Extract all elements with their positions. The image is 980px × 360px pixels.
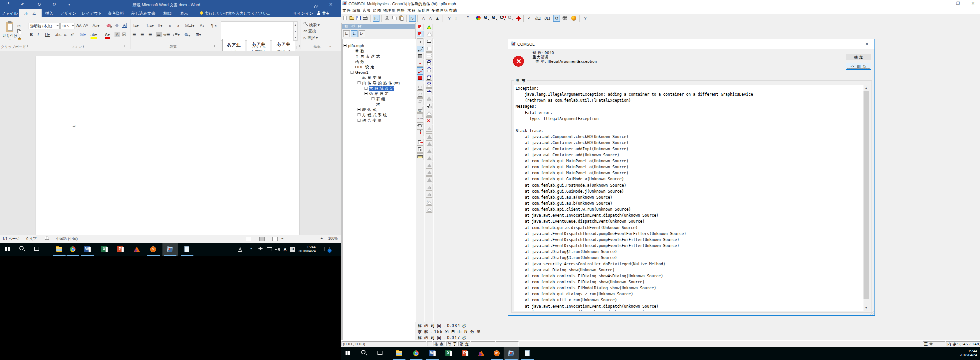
draw-tool-ruler-icon[interactable] xyxy=(417,153,423,160)
draw-tool-up-icon[interactable] xyxy=(426,88,433,95)
borders-icon[interactable]: ⊞▾ xyxy=(196,32,201,37)
tree-view3-icon[interactable]: Ŀ× xyxy=(358,30,365,37)
editing-検索[interactable]: 検索 ▾ xyxy=(304,22,320,28)
physics-mode-icon[interactable]: ∂Ω xyxy=(544,15,550,22)
shrink-font-icon[interactable]: A˅ xyxy=(83,23,88,28)
zoom-in-icon[interactable]: + xyxy=(321,236,323,240)
word-count[interactable]: 0 文字 xyxy=(26,236,37,242)
draw-tool-tri-icon[interactable] xyxy=(426,30,433,37)
draw-tool-arr1-icon[interactable] xyxy=(426,74,433,81)
subscript-icon[interactable]: x₂ xyxy=(64,32,68,37)
web-layout-icon[interactable] xyxy=(272,237,278,241)
zoom-in-icon[interactable] xyxy=(483,15,490,22)
draw-tool-all-icon[interactable]: ALL xyxy=(417,106,423,113)
menu-编辑[interactable]: 编辑 xyxy=(353,8,361,13)
draw-tool-rline-icon[interactable] xyxy=(417,67,423,74)
copy-icon[interactable] xyxy=(391,15,398,22)
zoom-slider[interactable] xyxy=(285,238,320,239)
clock-right[interactable]: 15:442018/04/24 xyxy=(952,349,977,357)
taskbar-excel[interactable]: X xyxy=(441,347,457,360)
dialog-close-icon[interactable]: ✕ xyxy=(862,41,872,47)
people-icon[interactable] xyxy=(237,247,243,252)
taskbar-matlab[interactable] xyxy=(129,243,145,256)
draw-tool-gr2-icon[interactable] xyxy=(426,162,433,169)
solve-check-icon[interactable]: =? xyxy=(445,15,451,22)
decrease-indent-icon[interactable]: ⇤ xyxy=(169,23,172,28)
font-size-combo[interactable]: 10.5 xyxy=(60,23,75,29)
tab-校閲[interactable]: 校閲 xyxy=(159,9,176,18)
draw-tool-gr2-icon[interactable] xyxy=(426,140,433,147)
highlight-icon[interactable]: ab▾ xyxy=(91,32,97,39)
comsol-restore-button[interactable]: ❐ xyxy=(953,1,963,6)
draw-tool-pl2-icon[interactable] xyxy=(426,206,433,213)
taskbar-search[interactable] xyxy=(357,347,372,360)
tray-chevron-icon[interactable]: ⌃ xyxy=(250,247,253,252)
draw-mode-icon[interactable]: ✓ xyxy=(526,15,533,22)
scroll-thumb[interactable] xyxy=(864,91,869,299)
zoom-out-icon[interactable]: − xyxy=(281,236,283,240)
draw-tool-rsqf-icon[interactable] xyxy=(417,74,423,81)
taskbar-matlab[interactable] xyxy=(474,347,489,360)
paste-icon[interactable] xyxy=(5,21,14,33)
new-icon[interactable] xyxy=(342,15,349,22)
expand-icon[interactable] xyxy=(358,114,361,116)
menu-文件[interactable]: 文件 xyxy=(342,8,351,13)
dialog-launcher-icon[interactable] xyxy=(25,46,28,49)
editing-選択[interactable]: ▷ 選択 ▾ xyxy=(304,35,318,40)
draw-tool-xred-icon[interactable]: ✕ xyxy=(426,117,433,124)
restore-button[interactable] xyxy=(309,0,323,9)
menu-多物理场[interactable]: 多物理场 xyxy=(431,8,448,13)
tab-参考資料[interactable]: 参考資料 xyxy=(104,9,127,18)
draw-tool-gr1-icon[interactable] xyxy=(426,125,433,132)
mesh-init-icon[interactable]: △ xyxy=(420,15,427,22)
tab-差し込み文書[interactable]: 差し込み文書 xyxy=(127,9,159,18)
menu-物理量[interactable]: 物理量 xyxy=(383,8,396,13)
taskbar-word[interactable]: W xyxy=(425,347,440,360)
paste-icon[interactable] xyxy=(398,15,405,22)
pointer-icon[interactable]: ▷ xyxy=(409,15,416,22)
draw-tool-thermo-icon[interactable] xyxy=(417,130,423,136)
draw-tool-comp-icon[interactable] xyxy=(426,96,433,102)
dialog-titlebar[interactable]: COMSOL ✕ xyxy=(508,39,875,49)
draw-tool-gr2-icon[interactable] xyxy=(426,133,433,140)
change-case-icon[interactable]: Aa▾ xyxy=(92,23,100,28)
collapse-icon[interactable] xyxy=(364,92,368,95)
draw-tool-dot-icon[interactable] xyxy=(417,38,423,45)
save-icon[interactable] xyxy=(6,2,11,7)
multilevel-icon[interactable]: ⁝⁝▾ xyxy=(158,23,162,28)
draw-tool-ax2-icon[interactable] xyxy=(417,91,423,98)
draw-tool-two-icon[interactable] xyxy=(426,103,433,109)
taskbar-word[interactable]: W xyxy=(80,243,95,256)
cut-icon[interactable]: ✂ xyxy=(18,23,21,29)
draw-tool-rsq-icon[interactable] xyxy=(417,30,423,37)
draw-tool-gr2-icon[interactable] xyxy=(426,148,433,154)
solve-update-icon[interactable]: ≚ xyxy=(465,15,471,22)
cut-icon[interactable] xyxy=(384,15,391,22)
draw-tool-gr2-icon[interactable] xyxy=(426,169,433,176)
tellme-box[interactable]: 実行したい作業を入力してください... xyxy=(200,11,270,16)
sort-icon[interactable]: A↓ xyxy=(200,23,204,28)
omega-icon[interactable]: Ω xyxy=(52,2,57,7)
taskbar-explorer[interactable] xyxy=(391,347,407,360)
dialog-resize-grip[interactable] xyxy=(870,310,874,315)
comsol-close-button[interactable]: ✕ xyxy=(968,1,978,6)
draw-tool-pl1-icon[interactable]: + xyxy=(426,199,433,206)
taskbar-start[interactable] xyxy=(0,243,16,256)
print-layout-icon[interactable] xyxy=(259,237,265,241)
menu-选项[interactable]: 选项 xyxy=(363,8,371,13)
tree-view2-icon[interactable]: Ŀ: xyxy=(351,30,358,37)
document-area[interactable]: ↵ xyxy=(0,51,341,235)
taskbar-comsol[interactable] xyxy=(162,243,178,256)
ime-mode-icon[interactable]: A xyxy=(284,247,286,252)
scroll-up-icon[interactable]: ▲ xyxy=(864,85,869,91)
tree-view1-icon[interactable]: Ŀ. xyxy=(343,30,350,37)
font-name-combo[interactable]: 游明朝 (本文( xyxy=(29,23,60,29)
phonetic-icon[interactable]: 亜 xyxy=(115,23,119,28)
close-button[interactable]: ✕ xyxy=(323,0,338,9)
menu-帮助[interactable]: 帮助 xyxy=(449,8,457,13)
draw-tool-grl-icon[interactable] xyxy=(426,191,433,198)
language-indicator[interactable]: 中国語 (中国) xyxy=(56,236,78,242)
draw-tool-gsq-icon[interactable] xyxy=(417,53,423,59)
model-tree-toggle-icon[interactable]: Ŀ: xyxy=(373,15,380,22)
mesh-refine-icon[interactable]: ◬ xyxy=(427,15,434,22)
